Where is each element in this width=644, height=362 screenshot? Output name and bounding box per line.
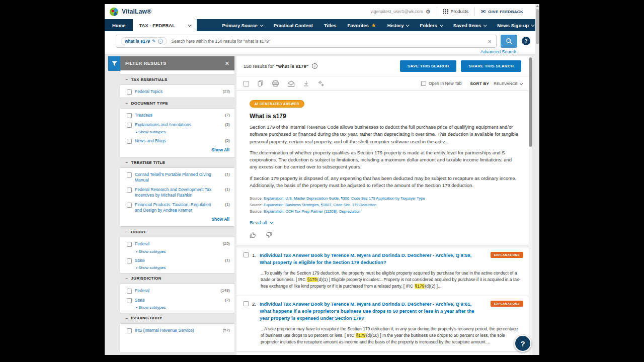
checkbox[interactable]	[127, 188, 132, 193]
nav-history[interactable]: History	[382, 19, 415, 31]
print-icon[interactable]	[272, 80, 279, 87]
filter-option-jurisdiction-state[interactable]: State(2)	[120, 296, 234, 305]
nav-saved-items[interactable]: Saved Items	[448, 19, 492, 31]
practice-area-tab[interactable]: TAX - FEDERAL	[133, 19, 197, 31]
filter-option-court-state[interactable]: State(1)	[120, 256, 234, 265]
page-scrollbar[interactable]	[535, 4, 539, 355]
filter-option-federal-topics[interactable]: Federal Topics(23)	[120, 87, 234, 97]
content-area: FILTER RESULTS × −TAX ESSENTIALS Federal…	[105, 54, 539, 355]
nav-news-signup[interactable]: News Sign-up	[492, 19, 539, 31]
sort-select[interactable]: RELEVANCE	[494, 81, 522, 86]
filter-option-irs[interactable]: IRS (Internal Revenue Service)(57)	[120, 326, 234, 335]
checkbox[interactable]	[127, 172, 132, 177]
filter-option-news-blogs[interactable]: News and Blogs(5)	[120, 136, 234, 146]
nav-folders[interactable]: Folders	[414, 19, 447, 31]
nav-favorites[interactable]: Favorites★	[342, 19, 382, 31]
help-fab-button[interactable]: ?	[514, 335, 531, 352]
checkbox[interactable]	[127, 113, 132, 118]
checkbox[interactable]	[127, 298, 132, 303]
select-all-checkbox[interactable]	[244, 81, 249, 86]
nav-practical-content[interactable]: Practical Content	[268, 19, 318, 31]
thumbs-down-icon[interactable]	[266, 232, 272, 238]
nav-primary-source[interactable]: Primary Source	[217, 19, 268, 31]
remove-chip-icon[interactable]: ×	[158, 39, 163, 44]
save-this-search-button[interactable]: SAVE THIS SEARCH	[400, 60, 456, 72]
result-checkbox[interactable]	[244, 301, 249, 306]
results-header: 150 results for "what is s179" i SAVE TH…	[236, 56, 532, 76]
thumbs-up-icon[interactable]	[250, 232, 256, 238]
filter-toggle-button[interactable]	[108, 56, 120, 71]
show-all-link[interactable]: Show All	[120, 215, 234, 225]
filter-section-header[interactable]: −TAX ESSENTIALS	[120, 74, 234, 85]
checkbox[interactable]	[127, 139, 132, 144]
help-icon[interactable]: ?	[522, 37, 530, 45]
source-link[interactable]: Explanation: Business Strategies, ¶1607,…	[264, 203, 376, 207]
chevron-down-icon	[270, 221, 274, 224]
filter-option-treatise-3[interactable]: Financial Products: Taxation, Regulation…	[120, 200, 234, 215]
checkbox[interactable]	[127, 328, 132, 333]
result-checkbox[interactable]	[244, 252, 249, 257]
advanced-search-link[interactable]: Advanced Search	[480, 49, 516, 54]
checkbox[interactable]	[127, 123, 132, 128]
filter-section-header[interactable]: −JURISDICTION	[120, 273, 234, 284]
search-input[interactable]: what is s179 ✎ × Search here within the …	[116, 35, 497, 48]
ai-generated-answer-badge: AI GENERATED ANSWER	[250, 100, 304, 108]
account-menu[interactable]: vigenaitest_user1@wk.com ⚙	[365, 7, 437, 16]
ai-answer-paragraph: The determination of whether property qu…	[250, 149, 519, 171]
filter-section-header[interactable]: −TREATISE TITLE	[120, 157, 234, 168]
give-feedback-button[interactable]: ✉ GIVE FEEDBACK	[474, 7, 529, 16]
share-this-search-button[interactable]: SHARE THIS SEARCH	[461, 60, 521, 72]
scrollbar-thumb[interactable]	[536, 9, 539, 44]
envelope-icon: ✉	[481, 9, 486, 15]
checkbox[interactable]	[127, 203, 132, 208]
edit-pencil-icon[interactable]: ✎	[152, 39, 156, 44]
filter-option-jurisdiction-federal[interactable]: Federal(148)	[120, 286, 234, 296]
checkbox[interactable]	[127, 258, 132, 263]
show-subtypes-link[interactable]: • Show subtypes	[120, 130, 234, 136]
nav-home[interactable]: Home	[105, 19, 133, 31]
checkbox[interactable]	[127, 89, 132, 95]
source-link[interactable]: Explanation: U.S. Master Depreciation Gu…	[264, 196, 425, 201]
scroll-up-arrow-icon[interactable]	[536, 5, 539, 7]
results-scrollbar[interactable]	[529, 56, 532, 355]
filter-option-treatise-1[interactable]: Conrad Teitell's Portable Planned Giving…	[120, 170, 234, 185]
search-query-chip[interactable]: what is s179 ✎ ×	[121, 37, 167, 45]
show-subtypes-link[interactable]: • Show subtypes	[120, 249, 234, 256]
scrollbar-thumb[interactable]	[529, 57, 532, 147]
search-button[interactable]	[501, 35, 517, 48]
filter-option-treatise-2[interactable]: Federal Research and Development Tax Inc…	[120, 185, 234, 200]
download-icon[interactable]	[303, 80, 309, 87]
filter-option-explanations[interactable]: Explanations and Annotations(3)	[120, 120, 234, 130]
search-placeholder: Search here within the 150 results for "…	[172, 39, 270, 44]
filter-section-jurisdiction: −JURISDICTION Federal(148) State(2) • Sh…	[120, 273, 234, 313]
checkbox[interactable]	[127, 289, 132, 294]
results-panel: 150 results for "what is s179" i SAVE TH…	[236, 56, 532, 355]
chevron-down-icon	[531, 23, 535, 27]
show-all-link[interactable]: Show All	[120, 146, 234, 156]
checkbox[interactable]	[127, 242, 132, 247]
email-icon[interactable]	[287, 80, 295, 87]
result-title-link[interactable]: Individual Tax Answer Book by Terence M.…	[260, 252, 481, 266]
clear-search-icon[interactable]: ×	[488, 38, 492, 45]
open-in-new-tab-checkbox[interactable]	[421, 81, 426, 86]
ai-sparkles-icon[interactable]	[317, 80, 325, 87]
filter-option-court-federal[interactable]: Federal(25)	[120, 239, 234, 249]
copy-icon[interactable]	[257, 80, 264, 87]
filter-section-issuing-body: −ISSUING BODY IRS (Internal Revenue Serv…	[120, 313, 234, 336]
filter-option-treatises[interactable]: Treatises(7)	[120, 111, 234, 120]
products-button[interactable]: Products	[437, 7, 475, 16]
filter-section-header[interactable]: −DOCUMENT TYPE	[120, 98, 234, 109]
app-window: VitalLaw® vigenaitest_user1@wk.com ⚙ Pro…	[105, 4, 539, 355]
show-subtypes-link[interactable]: • Show subtypes	[120, 305, 234, 312]
result-title-link[interactable]: Individual Tax Answer Book by Terence M.…	[260, 301, 481, 321]
close-icon[interactable]: ×	[225, 59, 229, 67]
nav-titles[interactable]: Titles	[318, 19, 342, 31]
collapse-icon: −	[125, 316, 128, 321]
filter-section-header[interactable]: −ISSUING BODY	[120, 313, 234, 324]
show-subtypes-link[interactable]: • Show subtypes	[120, 265, 234, 272]
info-icon[interactable]: i	[312, 63, 317, 69]
read-all-link[interactable]: Read all	[250, 220, 519, 225]
source-link[interactable]: Explanation: CCH Tax Prep Partner (1120S…	[264, 209, 360, 214]
filter-section-header[interactable]: −COURT	[120, 226, 234, 237]
gear-icon[interactable]: ⚙	[426, 9, 431, 15]
